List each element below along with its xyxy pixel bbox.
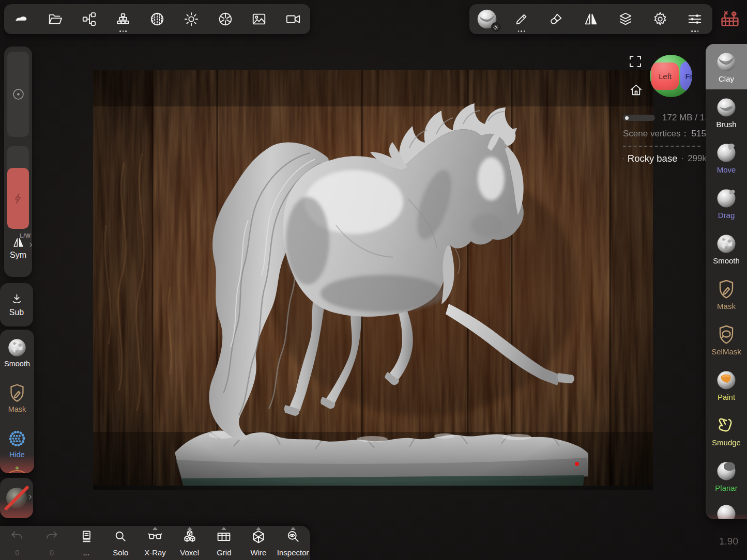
toggle-voxel[interactable]: Voxel [172,526,207,560]
toolbox-button[interactable] [720,7,740,29]
tool-label: Hide [9,451,25,459]
tool-smooth[interactable]: Smooth [706,226,747,271]
radius-dot-icon [11,87,25,101]
video-camera-icon [285,11,301,27]
tool-move[interactable]: Move [706,135,747,180]
tool-planar[interactable]: Planar [706,453,747,499]
history-more-label: ... [83,548,89,557]
undo-count: 0 [15,548,19,557]
tool-selmask[interactable]: SelMask [706,317,747,362]
lightning-icon [11,192,25,205]
clay-icon [715,51,738,73]
interface-button[interactable] [678,4,712,34]
sub-label: Sub [9,308,24,317]
gizmo-front-face[interactable]: Front [680,61,692,90]
home-view-button[interactable] [629,83,643,97]
topology-button[interactable] [106,4,140,34]
toggle-label: Wire [251,548,267,557]
mask-icon [6,382,28,404]
intensity-slider[interactable] [7,146,29,229]
environment-button[interactable] [140,4,174,34]
falloff-button[interactable] [0,478,33,518]
redo-button[interactable]: 0 [35,526,69,560]
layers-icon [618,11,633,27]
toggle-grid[interactable]: Grid [207,526,241,560]
undo-button[interactable]: 0 [0,526,35,560]
smooth-icon [715,232,738,255]
toggle-label: Inspector [277,548,309,557]
toggle-wire[interactable]: Wire [241,526,276,560]
tool-drag[interactable]: Drag [706,180,747,226]
nomad-menu-button[interactable] [4,4,38,34]
tool-brush[interactable]: Brush [706,89,747,135]
toggle-x-ray[interactable]: X-Ray [138,526,173,560]
more-options-dots [119,30,127,32]
radius-slider[interactable] [7,52,29,137]
viewport-3d[interactable] [93,70,653,490]
fullscreen-button[interactable] [629,55,642,68]
toggle-label: Grid [217,548,231,557]
settings-button[interactable] [643,4,678,34]
symmetry-label: Sym [4,251,32,260]
scene-svg [93,70,653,490]
gizmo-left-label: Left [659,72,672,81]
tool-smudge[interactable]: Smudge [706,408,747,453]
mirror-icon [583,11,599,27]
stroke-button[interactable] [504,4,539,34]
history-button[interactable]: ... [69,526,103,560]
move-icon [715,142,738,164]
toggle-inspector[interactable]: Inspector [276,526,310,560]
scene-graph-icon [81,11,97,27]
gizmo-left-face[interactable]: Left [651,63,679,90]
hide-icon [6,428,28,449]
smooth-icon [6,337,28,359]
brush-icon [715,96,738,119]
files-button[interactable] [38,4,72,34]
painting-button[interactable] [539,4,573,34]
lighting-button[interactable] [174,4,208,34]
camera-button[interactable] [276,4,310,34]
tool-label: Smudge [712,439,741,446]
top-left-toolbar [4,4,310,34]
object-name: Rocky base [628,153,678,164]
tool-label: Clay [719,75,734,83]
pencil-icon [514,11,529,27]
options-arrow-icon [221,527,226,530]
quick-tool-mask[interactable]: Mask [0,375,34,421]
background-button[interactable] [242,4,276,34]
gizmo-front-label: Front [685,72,692,81]
app-window: Left Front 172 MB / 1.5 Scene vertices：5… [0,0,747,560]
mask-icon [715,278,738,301]
symmetry-toggle[interactable]: L/W Sym [4,234,32,260]
tool-clay[interactable]: Clay [706,44,747,89]
tool-mask[interactable]: Mask [706,271,747,317]
more-options-dots [692,30,699,32]
tool-label: Planar [715,484,737,492]
solo-icon [113,530,128,544]
tool-paint[interactable]: Paint [706,362,747,408]
folder-icon [48,11,63,27]
scene-graph-button[interactable] [72,4,106,34]
orientation-gizmo[interactable]: Left Front [650,55,692,97]
symmetry-button[interactable] [573,4,608,34]
sub-button[interactable]: Sub [0,283,33,326]
material-button[interactable] [469,4,504,34]
quick-tool-hide[interactable]: Hide [0,421,34,466]
postprocess-button[interactable] [208,4,242,34]
xray-icon [148,530,162,544]
grid-icon [217,530,231,544]
smudge-icon [715,414,738,437]
drag-icon [715,187,738,210]
tool-partial[interactable] [706,499,747,519]
tool-label: Smooth [713,257,740,265]
vignette [93,70,653,490]
stats-separator [623,146,700,147]
gear-icon [652,11,668,27]
object-row[interactable]: Rocky base · 299k [623,153,707,164]
quick-tool-smooth[interactable]: Smooth [0,330,34,375]
chevron-right-icon [29,494,32,500]
sub-arrow-icon [10,292,24,306]
tool-label: Move [717,166,736,174]
toggle-solo[interactable]: Solo [103,526,138,560]
layers-button[interactable] [608,4,643,34]
